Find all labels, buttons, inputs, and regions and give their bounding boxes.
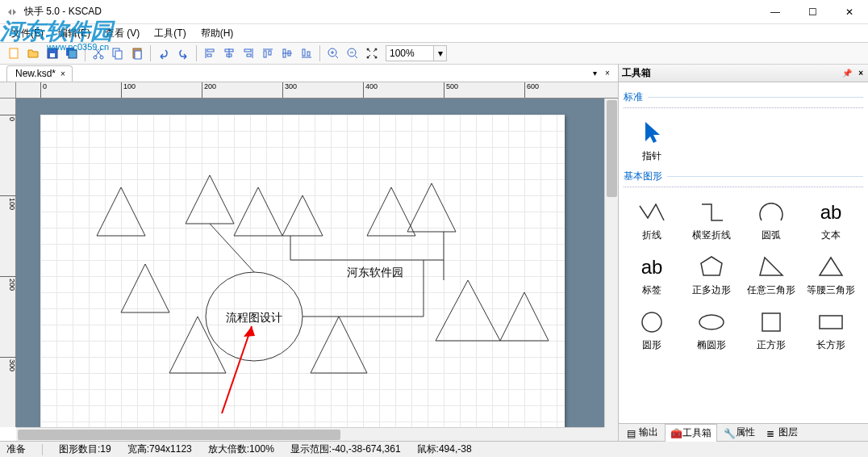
toolbar: ▾ bbox=[0, 42, 868, 65]
svg-point-36 bbox=[367, 48, 369, 51]
svg-rect-13 bbox=[207, 54, 211, 57]
tool-circle[interactable]: 圆形 bbox=[624, 304, 680, 355]
align-left-button[interactable] bbox=[201, 44, 219, 62]
svg-line-41 bbox=[222, 326, 252, 413]
tool-hvpolyline[interactable]: 横竖折线 bbox=[683, 194, 740, 245]
tab-close-all-button[interactable]: × bbox=[602, 67, 613, 78]
zoom-fit-button[interactable] bbox=[363, 44, 381, 62]
minimize-button[interactable]: — bbox=[757, 0, 794, 24]
save-button[interactable] bbox=[44, 44, 61, 62]
canvas[interactable]: 流程图设计 河东软件园 bbox=[16, 99, 604, 427]
menu-file[interactable]: 文件(E) bbox=[5, 25, 50, 42]
menu-edit[interactable]: 编辑(E) bbox=[52, 25, 97, 42]
redo-button[interactable] bbox=[174, 44, 192, 62]
align-right-button[interactable] bbox=[240, 44, 257, 62]
ruler-corner bbox=[0, 82, 16, 99]
paper[interactable]: 流程图设计 河东软件园 bbox=[40, 115, 565, 427]
zoom-dropdown[interactable]: ▾ bbox=[434, 45, 447, 61]
cut-button[interactable] bbox=[90, 44, 107, 62]
tab-close-icon[interactable]: × bbox=[61, 69, 69, 78]
status-count: 图形数目:19 bbox=[59, 442, 111, 456]
zoom-in-button[interactable] bbox=[324, 44, 342, 62]
menu-help[interactable]: 帮助(H) bbox=[194, 25, 240, 42]
panel-tab-layers[interactable]: ≣图层 bbox=[762, 424, 803, 441]
horizontal-ruler: 0 100 200 300 400 500 600 bbox=[16, 82, 618, 99]
close-button[interactable]: ✕ bbox=[831, 0, 868, 24]
document-tab[interactable]: New.ksd* × bbox=[6, 65, 73, 82]
svg-point-37 bbox=[375, 48, 378, 51]
svg-rect-47 bbox=[762, 313, 780, 331]
align-center-button[interactable] bbox=[220, 44, 238, 62]
open-button[interactable] bbox=[24, 44, 42, 62]
svg-rect-2 bbox=[50, 53, 55, 57]
ellipse-text: 流程图设计 bbox=[226, 311, 282, 324]
zoom-out-button[interactable] bbox=[344, 44, 361, 62]
saveall-button[interactable] bbox=[63, 44, 81, 62]
section-standard: 标准 bbox=[624, 87, 863, 108]
panel-tab-toolbox[interactable]: 🧰工具箱 bbox=[665, 424, 717, 442]
svg-line-30 bbox=[336, 56, 338, 58]
status-zoom: 放大倍数:100% bbox=[208, 442, 274, 456]
svg-marker-42 bbox=[701, 257, 722, 275]
svg-rect-48 bbox=[820, 316, 842, 329]
layers-icon: ≣ bbox=[766, 428, 776, 438]
tab-dropdown-button[interactable]: ▾ bbox=[589, 67, 600, 78]
app-icon bbox=[6, 6, 19, 19]
panel-tab-output[interactable]: ▤输出 bbox=[622, 424, 663, 441]
tool-arc[interactable]: 圆弧 bbox=[743, 194, 799, 245]
undo-button[interactable] bbox=[155, 44, 173, 62]
toolbox-title: 工具箱 bbox=[622, 66, 651, 80]
vertical-ruler: 0 100 200 300 bbox=[0, 99, 16, 427]
vertical-scrollbar[interactable] bbox=[604, 99, 618, 427]
document-tab-label: New.ksd* bbox=[15, 68, 56, 79]
svg-marker-43 bbox=[760, 258, 782, 275]
paste-button[interactable] bbox=[128, 44, 146, 62]
svg-marker-44 bbox=[820, 258, 842, 275]
titlebar: 快手 5.0 - KSCAD — ☐ ✕ bbox=[0, 0, 868, 24]
tool-polygon[interactable]: 正多边形 bbox=[683, 249, 740, 300]
document-tabbar: New.ksd* × ▾ × bbox=[0, 65, 618, 82]
toolbox-close-icon[interactable]: × bbox=[857, 69, 865, 78]
svg-line-34 bbox=[355, 56, 357, 58]
status-range: 显示范围:-40,-38-674,361 bbox=[290, 442, 401, 456]
toolbox-icon: 🧰 bbox=[670, 428, 680, 438]
svg-rect-28 bbox=[307, 52, 310, 56]
align-bottom-button[interactable] bbox=[298, 44, 315, 62]
horizontal-scrollbar[interactable] bbox=[16, 427, 604, 441]
tool-ellipse[interactable]: 椭圆形 bbox=[683, 304, 740, 355]
toolbox-pin-icon[interactable]: 📌 bbox=[841, 69, 853, 78]
svg-point-38 bbox=[367, 57, 369, 59]
tool-label[interactable]: ab 标签 bbox=[624, 249, 680, 300]
status-ready: 准备 bbox=[6, 442, 26, 456]
tool-triangle-iso[interactable]: 等腰三角形 bbox=[803, 249, 859, 300]
maximize-button[interactable]: ☐ bbox=[794, 0, 831, 24]
svg-rect-18 bbox=[244, 49, 251, 52]
tool-triangle-any[interactable]: 任意三角形 bbox=[743, 249, 799, 300]
align-middle-button[interactable] bbox=[278, 44, 296, 62]
tool-polyline[interactable]: 折线 bbox=[624, 194, 680, 245]
svg-rect-8 bbox=[115, 51, 122, 59]
tool-pointer[interactable]: 指针 bbox=[624, 115, 680, 166]
svg-rect-12 bbox=[207, 49, 214, 52]
statusbar: 准备 图形数目:19 宽高:794x1123 放大倍数:100% 显示范围:-4… bbox=[0, 441, 868, 457]
svg-rect-27 bbox=[303, 49, 305, 56]
copy-button[interactable] bbox=[109, 44, 127, 62]
section-shapes: 基本图形 bbox=[624, 166, 863, 187]
tool-rect[interactable]: 长方形 bbox=[803, 304, 859, 355]
output-icon: ▤ bbox=[627, 428, 636, 438]
toolbox-header: 工具箱 📌 × bbox=[619, 65, 868, 82]
panel-tab-props[interactable]: 🔧属性 bbox=[719, 424, 760, 441]
align-top-button[interactable] bbox=[259, 44, 277, 62]
status-size: 宽高:794x1123 bbox=[127, 442, 192, 456]
tool-square[interactable]: 正方形 bbox=[743, 304, 799, 355]
tool-text[interactable]: ab 文本 bbox=[803, 194, 859, 245]
zoom-input[interactable] bbox=[386, 45, 434, 61]
svg-rect-21 bbox=[264, 51, 266, 57]
canvas-label: 河东软件园 bbox=[347, 266, 403, 279]
svg-rect-4 bbox=[69, 50, 77, 58]
menubar: 文件(E) 编辑(E) 查看 (V) 工具(T) 帮助(H) bbox=[0, 24, 868, 42]
svg-point-46 bbox=[699, 315, 724, 329]
new-button[interactable] bbox=[5, 44, 23, 62]
menu-tools[interactable]: 工具(T) bbox=[148, 25, 192, 42]
menu-view[interactable]: 查看 (V) bbox=[98, 25, 146, 42]
